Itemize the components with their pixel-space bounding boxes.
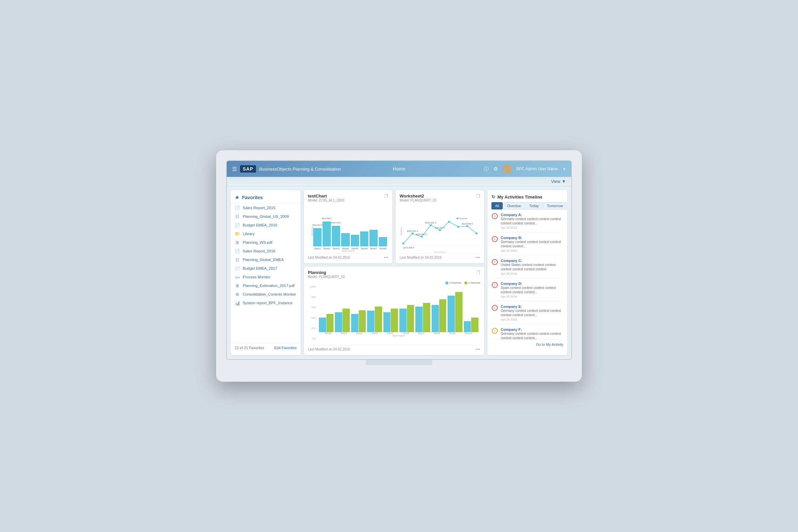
svg-point-13 <box>466 225 469 227</box>
svg-point-14 <box>475 232 478 234</box>
activity-company[interactable]: Company B: <box>501 236 562 240</box>
bar-group: Store5 <box>351 235 359 250</box>
tab-tomorrow[interactable]: Tomorrow <box>543 202 567 209</box>
worksheet2-more-icon[interactable]: ••• <box>475 255 480 260</box>
svg-rect-21 <box>457 218 459 219</box>
doc-icon: 📄 <box>235 266 240 271</box>
svg-point-1 <box>504 171 510 174</box>
svg-text:Store Name: Store Name <box>434 251 446 253</box>
bar-group: $350,730.3 Store3 <box>332 226 340 250</box>
planning-modified: Last Modified on 04.02.2016 <box>308 347 350 351</box>
worksheet2-footer: Last Modified on 04.02.2016 ••• <box>400 253 480 260</box>
list-item[interactable]: 📁 Library <box>231 229 301 238</box>
view-bar: View ▼ <box>227 177 571 186</box>
svg-point-11 <box>448 221 450 223</box>
activities-title: ↻ My Activities Timeline <box>491 194 563 200</box>
list-item[interactable]: 📊 System report_BPF_Instance <box>231 299 301 307</box>
activity-company[interactable]: Company D: <box>501 282 562 286</box>
bar-group: Store4 <box>341 233 349 250</box>
process-icon: »» <box>235 274 240 280</box>
dashboard: testChart Model: ZC05_AL1_Q001 ❐ Revenue… <box>304 190 484 355</box>
doc-icon: 📄 <box>235 205 240 210</box>
p-group <box>448 292 462 332</box>
p-group <box>464 318 478 332</box>
user-dropdown-arrow[interactable]: ▼ <box>563 167 566 171</box>
folder-icon: 📁 <box>235 231 240 236</box>
activity-date: Apr 20 2016 <box>501 226 562 229</box>
doc-icon: 📄 <box>235 223 240 228</box>
tab-overdue[interactable]: Overdue <box>504 202 525 209</box>
pdf-icon: 🗎 <box>235 240 240 245</box>
activity-clock-icon: ⏲ <box>491 305 498 311</box>
svg-point-12 <box>457 226 459 228</box>
tab-bar: All Overdue Today Tomorrow <box>491 202 563 209</box>
grid-icon: ☷ <box>235 257 240 262</box>
activity-item: ⏲ Company F: Germany context context con… <box>491 327 562 339</box>
activities-panel: ↻ My Activities Timeline All Overdue Tod… <box>488 190 567 355</box>
list-item[interactable]: ⚙ Consolidation_Controls Monitor <box>231 290 301 299</box>
worksheet2-modified: Last Modified on 04.02.2016 <box>400 256 441 259</box>
list-item[interactable]: ☷ Planning_Global_US_2009 <box>231 212 301 221</box>
list-item[interactable]: »» Process Monitor <box>231 273 301 281</box>
p-group <box>415 303 430 332</box>
activity-company[interactable]: Company A: <box>501 213 562 217</box>
edit-favorites-link[interactable]: Edit Favorites <box>274 346 297 350</box>
planning-legend: 1 Planned 4 Planned <box>308 281 480 284</box>
testchart-more-icon[interactable]: ••• <box>384 255 388 260</box>
testchart-panel: testChart Model: ZC05_AL1_Q001 ❐ Revenue… <box>304 190 392 263</box>
view-button[interactable]: View ▼ <box>551 179 566 184</box>
svg-text:Revenue: Revenue <box>459 217 467 220</box>
x-axis-labels: Store1 Store2 Store3 Store4 Store5 Store… <box>317 332 480 335</box>
p-group <box>335 308 349 332</box>
settings-icon[interactable]: ⚙ <box>493 166 498 172</box>
sidebar-header: ★ Favorites <box>231 194 301 204</box>
list-item[interactable]: 📄 Budget EMEA_2016 <box>231 221 301 229</box>
list-item[interactable]: 📄 Sales Report_2015 <box>231 204 301 212</box>
user-name[interactable]: BPC Admin User Name <box>516 167 558 171</box>
tab-today[interactable]: Today <box>525 202 542 209</box>
svg-point-8 <box>421 236 423 238</box>
p-group <box>432 299 446 332</box>
activity-item: ⏲ Company B: Germany context context con… <box>491 236 562 255</box>
help-icon[interactable]: ⓘ <box>484 166 489 172</box>
activity-clock-icon: ⏲ <box>491 282 498 288</box>
tab-all[interactable]: All <box>491 202 503 209</box>
planning-expand-icon[interactable]: ❐ <box>476 270 480 275</box>
activity-company[interactable]: Company E: <box>501 305 562 308</box>
activity-company[interactable]: Company F: <box>501 327 562 331</box>
worksheet2-header: Worksheet2 Model: PLANQUERY_02 ❐ <box>400 193 480 204</box>
nav-home[interactable]: Home <box>393 166 405 172</box>
main-content: ★ Favorites 📄 Sales Report_2015 ☷ Planni… <box>227 186 571 359</box>
list-item[interactable]: 🗎 Planning_Estimation_2017.pdf <box>231 281 301 290</box>
svg-text:$452,551.2: $452,551.2 <box>407 230 418 232</box>
testchart-modified: Last Modified on 04.02.2016 <box>308 256 350 259</box>
p-group <box>383 308 398 332</box>
planning-panel: Planning Model: PLANQUERY_02 ❐ 1 Planned… <box>304 267 484 355</box>
activity-text: United States context context context co… <box>501 263 562 271</box>
testchart-header: testChart Model: ZC05_AL1_Q001 ❐ <box>308 193 388 204</box>
sap-logo: SAP <box>240 165 256 173</box>
list-item[interactable]: 📄 Budget EMEA_2017 <box>231 264 301 273</box>
worksheet2-expand-icon[interactable]: ❐ <box>476 193 480 198</box>
p-group <box>351 310 366 332</box>
activity-company[interactable]: Company C: <box>501 259 562 263</box>
sidebar-items: 📄 Sales Report_2015 ☷ Planning_Global_US… <box>231 204 301 343</box>
testchart-expand-icon[interactable]: ❐ <box>384 193 388 198</box>
list-item[interactable]: ☷ Planning_Global_EMEA <box>231 255 301 264</box>
planning-more-icon[interactable]: ••• <box>475 347 480 352</box>
testchart-bars: $234,912.8 Store1 $452,558.2 Store2 $350… <box>309 213 387 250</box>
svg-point-7 <box>411 232 414 234</box>
menu-icon[interactable]: ☰ <box>232 166 237 172</box>
activity-item: ⏲ Company E: Germany context context con… <box>491 305 562 324</box>
activity-text: Germany context context context context … <box>501 331 562 339</box>
go-to-activity-link[interactable]: Go to My Activity <box>536 342 563 346</box>
list-item[interactable]: 🗎 Planning_WS.pdf <box>231 238 301 247</box>
planning-model: Model: PLANQUERY_02 <box>308 275 345 279</box>
activity-clock-icon: ⏲ <box>491 259 498 265</box>
list-item[interactable]: 📄 Sales Report_2016 <box>231 247 301 255</box>
worksheet2-area: $452,551.2 $526,681.3 $234,681.3 $172,64… <box>400 205 480 253</box>
planning-header: Planning Model: PLANQUERY_02 ❐ <box>308 270 480 281</box>
activity-clock-icon-yellow: ⏲ <box>491 327 498 334</box>
view-dropdown-arrow: ▼ <box>562 179 566 184</box>
sidebar: ★ Favorites 📄 Sales Report_2015 ☷ Planni… <box>231 190 301 355</box>
